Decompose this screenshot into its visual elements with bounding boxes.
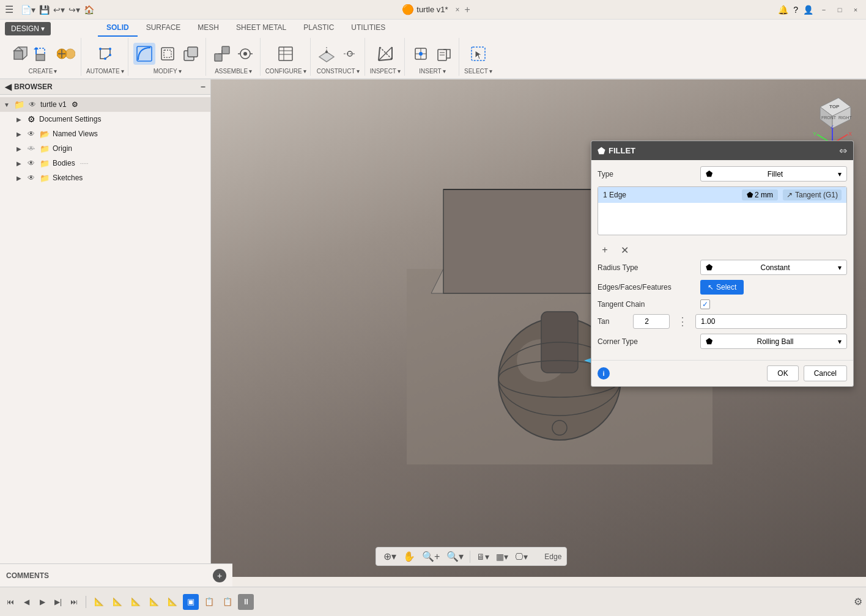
settings-icon[interactable]: ⚙	[854, 596, 862, 607]
chevron-right-icon[interactable]: ▶	[15, 115, 23, 123]
type-select[interactable]: ⬟ Fillet ▾	[700, 166, 847, 182]
chevron-right-icon-4[interactable]: ▶	[15, 159, 23, 167]
toolbar-group-construct[interactable]: CONSTRUCT ▾	[312, 38, 365, 76]
configure-icon[interactable]	[275, 43, 297, 65]
tree-item-named-views[interactable]: ▶ 👁 📂 Named Views	[0, 127, 210, 141]
timeline-icon-4[interactable]: 📐	[146, 594, 162, 610]
select-icon[interactable]	[467, 43, 489, 65]
tree-item-doc-settings[interactable]: ▶ ⚙ Document Settings	[0, 112, 210, 127]
toolbar-group-create[interactable]: CREATE ▾	[5, 38, 81, 76]
toolbar-group-configure[interactable]: CONFIGURE ▾	[262, 38, 311, 76]
tangent-chain-checkbox[interactable]: ✓	[700, 299, 710, 309]
toolbar-group-assemble[interactable]: ASSEMBLE ▾	[207, 38, 261, 76]
tangent-weight-input[interactable]	[633, 314, 670, 329]
viewcube[interactable]: TOP FRONT RIGHT X Y Z	[808, 89, 857, 144]
create-box-icon[interactable]	[9, 43, 31, 65]
select-btn[interactable]: ↖ Select	[700, 280, 744, 295]
eye-icon[interactable]: 👁	[27, 99, 38, 110]
chevron-down-icon[interactable]: ▼	[2, 100, 11, 109]
eye-icon-4[interactable]: 👁	[26, 158, 37, 169]
select-label[interactable]: SELECT ▾	[464, 68, 492, 75]
timeline-play-btn[interactable]: ▶	[35, 595, 49, 609]
grid-icon[interactable]: ▦▾	[494, 551, 511, 563]
design-button[interactable]: DESIGN ▾	[5, 22, 51, 35]
timeline-rewind-btn[interactable]: ⏮	[4, 595, 17, 609]
browser-collapse-icon[interactable]: ◀	[5, 82, 12, 92]
toolbar-group-inspect[interactable]: INSPECT ▾	[366, 38, 405, 76]
insert2-icon[interactable]	[433, 43, 455, 65]
create-more-icon[interactable]	[55, 43, 77, 65]
chevron-right-icon-5[interactable]: ▶	[15, 174, 23, 182]
eye-icon-3[interactable]: 👁	[26, 143, 37, 154]
tab-surface[interactable]: SURFACE	[138, 20, 190, 37]
app-menu-icon[interactable]: ☰	[5, 4, 13, 15]
ok-btn[interactable]: OK	[767, 365, 798, 381]
construct-plane-icon[interactable]	[316, 43, 338, 65]
tree-item-origin[interactable]: ▶ 👁 📁 Origin	[0, 141, 210, 156]
radius-type-select[interactable]: ⬟ Constant ▾	[700, 260, 847, 275]
zoom-box-icon[interactable]: 🔍▾	[444, 549, 466, 563]
redo-icon[interactable]: ↪▾	[68, 5, 80, 15]
cancel-btn[interactable]: Cancel	[804, 365, 847, 381]
edge-item[interactable]: 1 Edge ⬟ 2 mm ↗ Tangent (G1)	[598, 187, 846, 203]
timeline-icon-6[interactable]: ▣	[183, 594, 199, 610]
display-icon[interactable]: 🖵▾	[513, 551, 530, 563]
timeline-step-forward-btn[interactable]: ▶|	[51, 595, 65, 609]
toolbar-group-select[interactable]: SELECT ▾	[461, 38, 496, 76]
automate-label[interactable]: AUTOMATE ▾	[86, 68, 124, 75]
zoom-in-icon[interactable]: 🔍+	[420, 549, 442, 563]
pan-icon[interactable]: ✋	[401, 549, 418, 563]
home-icon[interactable]: 🏠	[84, 5, 94, 15]
modify-combine-icon[interactable]	[180, 43, 202, 65]
toolbar-group-modify[interactable]: MODIFY ▾	[130, 38, 206, 76]
timeline-fast-forward-btn[interactable]: ⏭	[67, 595, 81, 609]
tab-close-btn[interactable]: ×	[456, 6, 460, 14]
create-label[interactable]: CREATE ▾	[29, 68, 57, 75]
toolbar-group-insert[interactable]: INSERT ▾	[406, 38, 459, 76]
insert-label[interactable]: INSERT ▾	[419, 68, 446, 75]
notification-icon[interactable]: 🔔	[778, 5, 788, 15]
view-mode-icon[interactable]: 🖥▾	[474, 551, 492, 563]
timeline-icon-1[interactable]: 📐	[91, 594, 107, 610]
dialog-expand-icon[interactable]: ⇔	[839, 145, 847, 156]
create-extrude-icon[interactable]	[32, 43, 54, 65]
tab-sheet-metal[interactable]: SHEET METAL	[228, 20, 295, 37]
automate-icon[interactable]	[94, 43, 116, 65]
timeline-icon-2[interactable]: 📐	[109, 594, 125, 610]
inspect-measure-icon[interactable]	[374, 43, 396, 65]
modify-label[interactable]: MODIFY ▾	[154, 68, 182, 75]
timeline-step-back-btn[interactable]: ◀	[20, 595, 33, 609]
root-settings-icon[interactable]: ⚙	[72, 100, 78, 109]
insert-icon[interactable]	[410, 43, 432, 65]
eye-icon-5[interactable]: 👁	[26, 172, 37, 183]
timeline-icon-9[interactable]: ⏸	[238, 594, 254, 610]
tangent-dots-menu[interactable]: ⋮	[675, 315, 690, 328]
orbit-icon[interactable]: ⊕▾	[381, 549, 399, 563]
account-icon[interactable]: 👤	[803, 5, 813, 15]
timeline-icon-3[interactable]: 📐	[128, 594, 144, 610]
assemble-joint-icon[interactable]	[234, 43, 256, 65]
assemble-icon[interactable]	[211, 43, 233, 65]
add-edge-btn[interactable]: +	[598, 243, 612, 257]
remove-edge-btn[interactable]: ✕	[617, 243, 632, 257]
maximize-btn[interactable]: □	[834, 4, 845, 15]
weight-value-input[interactable]	[695, 314, 847, 329]
save-icon[interactable]: 💾	[39, 5, 50, 15]
viewport[interactable]: TOP FRONT RIGHT X Y Z ⬟ FILLET ⇔	[211, 79, 866, 577]
help-icon[interactable]: ?	[793, 5, 798, 15]
timeline-icon-5[interactable]: 📐	[165, 594, 180, 610]
browser-minimize-icon[interactable]: −	[201, 82, 205, 92]
construct-axis-icon[interactable]	[339, 43, 361, 65]
corner-type-select[interactable]: ⬟ Rolling Ball ▾	[700, 334, 847, 349]
add-comment-btn[interactable]: +	[213, 569, 226, 582]
chevron-right-icon-3[interactable]: ▶	[15, 144, 23, 153]
inspect-label[interactable]: INSPECT ▾	[370, 68, 401, 75]
configure-label[interactable]: CONFIGURE ▾	[265, 68, 306, 75]
timeline-icon-8[interactable]: 📋	[220, 594, 235, 610]
timeline-icon-7[interactable]: 📋	[201, 594, 217, 610]
tab-utilities[interactable]: UTILITIES	[342, 20, 394, 37]
undo-icon[interactable]: ↩▾	[53, 5, 65, 15]
eye-icon-2[interactable]: 👁	[26, 128, 37, 139]
info-btn[interactable]: i	[598, 367, 610, 380]
chevron-right-icon-2[interactable]: ▶	[15, 130, 23, 138]
